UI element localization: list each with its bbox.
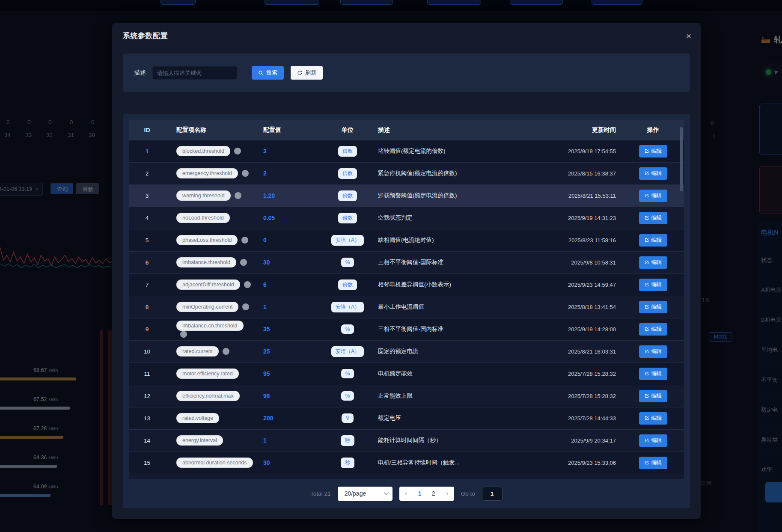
config-table-body: 1 blocked.threshold 3 倍数 堵转阈值(额定电流的倍数) 2… bbox=[129, 140, 684, 479]
description-cell: 空载状态判定 bbox=[374, 207, 543, 229]
table-row[interactable]: 6 imbalance.threshold 30 % 三相不平衡阈值-国际标准 … bbox=[129, 251, 684, 273]
info-icon[interactable] bbox=[223, 348, 229, 355]
config-desc: 空载状态判定 bbox=[378, 214, 413, 221]
row-id: 8 bbox=[146, 304, 149, 310]
config-desc: 堵转阈值(额定电流的倍数) bbox=[378, 148, 446, 154]
info-icon[interactable] bbox=[241, 237, 248, 244]
edit-button[interactable]: 编辑 bbox=[639, 190, 667, 202]
description-search-input[interactable] bbox=[152, 66, 238, 80]
table-row[interactable]: 13 rated.voltage 200 V 额定电压 2025/7/28 14… bbox=[129, 407, 684, 429]
info-icon[interactable] bbox=[242, 303, 249, 310]
row-id: 4 bbox=[146, 215, 149, 221]
goto-label: Go to bbox=[461, 490, 475, 497]
unit-badge: 倍数 bbox=[338, 168, 357, 179]
edit-button[interactable]: 编辑 bbox=[639, 167, 667, 180]
edit-button[interactable]: 编辑 bbox=[639, 279, 667, 291]
description-cell: 正常能效上限 bbox=[374, 385, 543, 407]
table-row[interactable]: 4 noLoad.threshold 0.05 倍数 空载状态判定 2025/9… bbox=[129, 207, 684, 229]
edit-button[interactable]: 编辑 bbox=[639, 345, 667, 358]
config-value-cell: 3 bbox=[257, 140, 321, 162]
unit-badge: V bbox=[342, 413, 354, 423]
refresh-button[interactable]: 刷新 bbox=[291, 66, 323, 80]
table-row[interactable]: 7 adjacentDiff.threshold 6 倍数 相邻电机差异阈值(小… bbox=[129, 273, 684, 296]
table-row[interactable]: 3 warning.threshold 1.20 倍数 过载预警阈值(额定电流的… bbox=[129, 184, 684, 207]
page-size-select[interactable]: 20/page bbox=[338, 487, 392, 501]
edit-button[interactable]: 编辑 bbox=[639, 212, 667, 224]
config-value-cell: 2 bbox=[257, 162, 321, 184]
edit-button[interactable]: 编辑 bbox=[639, 256, 667, 269]
row-id-cell: 6 bbox=[129, 251, 165, 273]
info-icon[interactable] bbox=[242, 170, 249, 177]
description-cell: 电机额定能效 bbox=[374, 363, 543, 385]
info-icon[interactable] bbox=[234, 148, 241, 155]
edit-button[interactable]: 编辑 bbox=[639, 368, 667, 380]
unit-badge: 倍数 bbox=[338, 279, 357, 290]
update-time-cell: 2025/8/18 13:41:54 bbox=[543, 296, 622, 318]
table-row[interactable]: 10 rated.current 25 安培（A） 固定的额定电流 2025/8… bbox=[129, 340, 684, 363]
row-id-cell: 8 bbox=[129, 296, 165, 318]
search-section: 描述 搜索 刷新 bbox=[123, 53, 690, 92]
search-button[interactable]: 搜索 bbox=[252, 66, 284, 80]
unit-badge: % bbox=[341, 324, 354, 334]
config-name-tag: energy.interval bbox=[176, 435, 223, 446]
edit-button-label: 编辑 bbox=[651, 192, 662, 199]
update-time-cell: 2025/9/9 20:34:17 bbox=[543, 429, 622, 452]
action-cell: 编辑 bbox=[622, 251, 684, 273]
edit-button-label: 编辑 bbox=[651, 392, 662, 400]
goto-page-input[interactable] bbox=[482, 487, 503, 501]
table-row[interactable]: 1 blocked.threshold 3 倍数 堵转阈值(额定电流的倍数) 2… bbox=[129, 140, 684, 162]
update-time: 2025/9/19 14:31:23 bbox=[568, 215, 616, 221]
update-time-cell: 2025/8/21 16:03:31 bbox=[543, 340, 622, 363]
row-id-cell: 7 bbox=[129, 273, 165, 296]
info-icon[interactable] bbox=[244, 281, 251, 288]
page-number[interactable]: 1 bbox=[413, 490, 427, 497]
edit-button-label: 编辑 bbox=[651, 214, 662, 222]
row-id: 15 bbox=[144, 460, 150, 466]
update-time-cell: 2025/9/19 17:54:55 bbox=[543, 140, 622, 162]
edit-button[interactable]: 编辑 bbox=[639, 234, 667, 247]
table-row[interactable]: 编辑 bbox=[129, 474, 684, 479]
update-time-cell: 2025/7/28 15:28:32 bbox=[543, 385, 622, 407]
config-value: 2 bbox=[263, 170, 267, 177]
search-icon bbox=[258, 70, 264, 76]
table-row[interactable]: 15 abnormal.duration.seconds 30 秒 电机/三相异… bbox=[129, 452, 684, 474]
unit-cell: 倍数 bbox=[321, 140, 374, 162]
edit-icon bbox=[644, 260, 649, 265]
edit-button[interactable]: 编辑 bbox=[639, 301, 667, 313]
edit-button[interactable]: 编辑 bbox=[639, 145, 667, 158]
info-icon[interactable] bbox=[240, 259, 247, 266]
edit-button[interactable]: 编辑 bbox=[639, 412, 667, 425]
unit-badge: % bbox=[341, 369, 354, 378]
table-row[interactable]: 2 emergency.threshold 2 倍数 紧急停机阈值(额定电流的倍… bbox=[129, 162, 684, 184]
table-row[interactable]: 14 energy.interval 1 秒 能耗计算时间间隔（秒） 2025/… bbox=[129, 429, 684, 452]
column-header: 操作 bbox=[622, 120, 684, 140]
table-row[interactable]: 9 imbalance.cn.threshold 35 % 三相不平衡阈值-国内… bbox=[129, 318, 684, 340]
table-row[interactable]: 12 efficiency.normal.max 98 % 正常能效上限 202… bbox=[129, 385, 684, 407]
action-cell: 编辑 bbox=[622, 474, 684, 479]
unit-badge: 倍数 bbox=[338, 190, 357, 201]
edit-button[interactable]: 编辑 bbox=[639, 434, 667, 447]
table-row[interactable]: 8 minOperating.current 1 安培（A） 最小工作电流阈值 … bbox=[129, 296, 684, 318]
description-cell: 紧急停机阈值(额定电流的倍数) bbox=[374, 162, 543, 184]
pager: ‹ 12 › bbox=[399, 487, 454, 501]
table-row[interactable]: 11 motor.efficiency.rated 95 % 电机额定能效 20… bbox=[129, 363, 684, 385]
update-time-cell: 2025/9/8 10:58:31 bbox=[543, 251, 622, 273]
edit-button[interactable]: 编辑 bbox=[639, 390, 667, 402]
config-desc: 额定电压 bbox=[378, 415, 401, 421]
page-number[interactable]: 2 bbox=[427, 490, 440, 497]
edit-button[interactable]: 编辑 bbox=[639, 457, 667, 469]
info-icon[interactable] bbox=[235, 192, 241, 199]
table-scrollbar[interactable] bbox=[680, 127, 683, 191]
close-icon[interactable]: × bbox=[686, 31, 691, 40]
edit-button[interactable]: 编辑 bbox=[639, 323, 667, 336]
edit-icon bbox=[644, 238, 649, 243]
update-time: 2025/9/8 10:58:31 bbox=[571, 259, 616, 266]
config-name-tag: phaseLoss.threshold bbox=[176, 235, 238, 245]
table-row[interactable]: 5 phaseLoss.threshold 0 安培（A） 缺相阈值(电流绝对值… bbox=[129, 229, 684, 251]
info-icon[interactable] bbox=[180, 331, 187, 338]
row-id-cell: 9 bbox=[129, 318, 165, 340]
config-table-scroll-area[interactable]: ID配置项名称配置值单位描述更新时间操作 1 blocked.threshold… bbox=[129, 120, 684, 479]
next-page-button[interactable]: › bbox=[440, 489, 454, 498]
column-header: ID bbox=[129, 120, 165, 140]
prev-page-button[interactable]: ‹ bbox=[399, 489, 413, 498]
